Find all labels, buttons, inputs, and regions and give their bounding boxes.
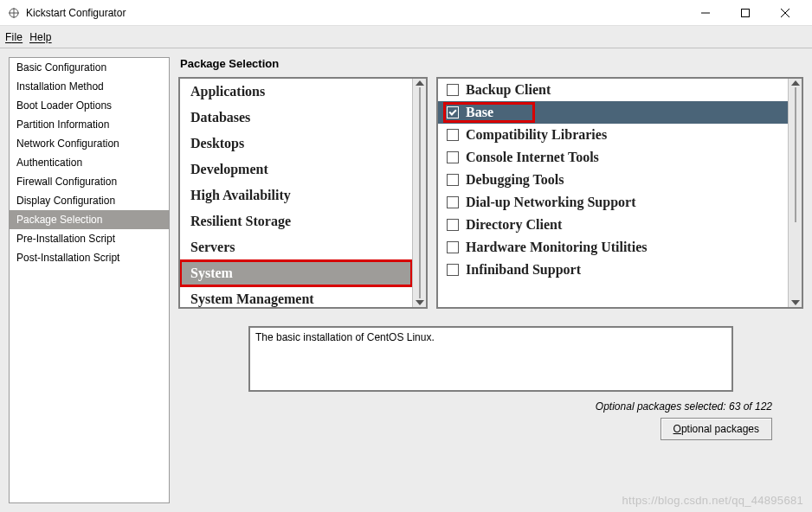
category-item[interactable]: Servers [180,234,412,260]
section-title: Package Selection [180,57,803,70]
package-list[interactable]: Backup ClientBaseCompatibility Libraries… [438,79,788,307]
package-pane: Backup ClientBaseCompatibility Libraries… [436,77,803,309]
package-item[interactable]: Backup Client [438,79,788,101]
sidebar-item[interactable]: Package Selection [10,210,169,229]
titlebar: Kickstart Configurator [0,0,812,26]
category-item[interactable]: High Availability [180,182,412,208]
checkbox-icon[interactable] [447,174,459,186]
category-item[interactable]: Applications [180,79,412,105]
panes: ApplicationsDatabasesDesktopsDevelopment… [178,77,803,309]
checkbox-icon[interactable] [447,219,459,231]
scroll-thumb[interactable] [419,87,421,298]
sidebar-item[interactable]: Basic Configuration [10,58,169,77]
sidebar-item[interactable]: Firewall Configuration [10,172,169,191]
optional-status: Optional packages selected: 63 of 122 [178,400,803,413]
scroll-down-icon[interactable] [416,300,424,305]
sidebar-item[interactable]: Post-Installation Script [10,248,169,267]
package-item[interactable]: Directory Client [438,214,788,236]
category-item[interactable]: Resilient Storage [180,208,412,234]
content: Basic ConfigurationInstallation MethodBo… [0,48,812,512]
package-label: Debugging Tools [466,172,564,188]
package-label: Base [466,105,493,120]
package-label: Compatibility Libraries [466,127,607,143]
close-button[interactable] [765,0,805,26]
scroll-down-icon[interactable] [791,300,800,305]
category-item[interactable]: System Management [180,286,412,307]
category-pane: ApplicationsDatabasesDesktopsDevelopment… [178,77,428,309]
package-label: Dial-up Networking Support [466,195,635,210]
category-scrollbar[interactable] [412,79,426,307]
svg-rect-4 [742,9,750,16]
scroll-up-icon[interactable] [791,80,800,86]
sidebar-item[interactable]: Boot Loader Options [10,96,169,115]
checkbox-icon[interactable] [447,241,459,253]
optional-packages-button[interactable]: Optional packages [661,418,772,440]
minimize-button[interactable] [686,0,725,26]
checkbox-icon[interactable] [447,129,459,141]
checkbox-icon[interactable] [447,151,459,163]
sidebar-item[interactable]: Authentication [10,153,169,172]
package-item[interactable]: Debugging Tools [438,169,788,191]
package-item[interactable]: Infiniband Support [438,259,788,281]
sidebar-item[interactable]: Pre-Installation Script [10,229,169,248]
description-box: The basic installation of CentOS Linux. [248,326,733,392]
category-item[interactable]: System [180,260,412,286]
category-list[interactable]: ApplicationsDatabasesDesktopsDevelopment… [180,79,412,307]
menu-file[interactable]: File [5,31,23,43]
button-row: Optional packages [178,418,803,440]
sidebar-item[interactable]: Partition Information [10,115,169,134]
package-label: Directory Client [466,217,562,233]
package-item[interactable]: Console Internet Tools [438,146,788,169]
menubar: File Help [0,26,812,48]
window-title: Kickstart Configurator [26,7,686,19]
maximize-button[interactable] [725,0,765,26]
package-item[interactable]: Base [438,101,788,124]
sidebar: Basic ConfigurationInstallation MethodBo… [9,57,170,503]
checkbox-icon[interactable] [447,84,459,96]
package-label: Infiniband Support [466,262,581,278]
package-label: Console Internet Tools [466,150,599,165]
checkbox-icon[interactable] [447,106,459,118]
package-label: Backup Client [466,82,551,98]
sidebar-item[interactable]: Display Configuration [10,191,169,210]
sidebar-item[interactable]: Network Configuration [10,134,169,153]
category-item[interactable]: Desktops [180,131,412,157]
package-item[interactable]: Dial-up Networking Support [438,191,788,214]
package-item[interactable]: Hardware Monitoring Utilities [438,236,788,259]
menu-help[interactable]: Help [29,31,52,43]
package-item[interactable]: Compatibility Libraries [438,124,788,146]
app-icon [7,6,21,20]
category-item[interactable]: Databases [180,105,412,131]
package-scrollbar[interactable] [788,79,802,307]
scroll-up-icon[interactable] [416,80,424,86]
main-panel: Package Selection ApplicationsDatabasesD… [178,57,803,503]
window-controls [686,0,805,26]
sidebar-item[interactable]: Installation Method [10,77,169,96]
checkbox-icon[interactable] [447,264,459,276]
scroll-thumb[interactable] [795,87,796,222]
checkbox-icon[interactable] [447,196,459,208]
category-item[interactable]: Development [180,157,412,182]
package-label: Hardware Monitoring Utilities [466,240,647,255]
